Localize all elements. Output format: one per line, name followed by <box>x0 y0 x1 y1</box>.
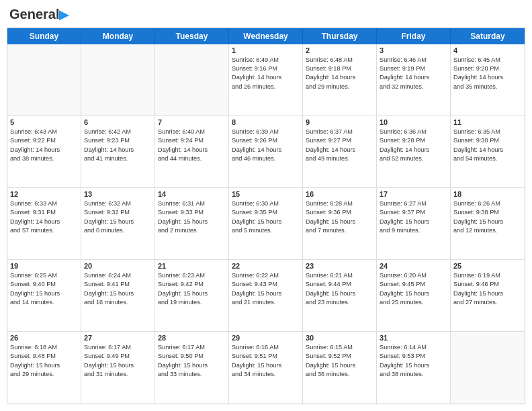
calendar-cell: 30Sunrise: 6:15 AM Sunset: 9:52 PM Dayli… <box>303 332 377 404</box>
cell-info: Sunrise: 6:35 AM Sunset: 9:30 PM Dayligh… <box>453 128 522 163</box>
day-number: 12 <box>10 190 78 198</box>
calendar-cell: 26Sunrise: 6:18 AM Sunset: 9:48 PM Dayli… <box>7 332 81 404</box>
calendar-cell: 6Sunrise: 6:42 AM Sunset: 9:23 PM Daylig… <box>81 116 155 187</box>
calendar-row-2: 5Sunrise: 6:43 AM Sunset: 9:22 PM Daylig… <box>7 116 525 188</box>
calendar-row-3: 12Sunrise: 6:33 AM Sunset: 9:31 PM Dayli… <box>7 188 525 260</box>
calendar-cell: 21Sunrise: 6:23 AM Sunset: 9:42 PM Dayli… <box>155 260 229 331</box>
cell-info: Sunrise: 6:43 AM Sunset: 9:22 PM Dayligh… <box>10 128 78 163</box>
day-number: 28 <box>158 334 226 342</box>
cell-info: Sunrise: 6:24 AM Sunset: 9:41 PM Dayligh… <box>84 271 152 307</box>
cell-info: Sunrise: 6:28 AM Sunset: 9:36 PM Dayligh… <box>306 199 373 235</box>
cell-info: Sunrise: 6:23 AM Sunset: 9:42 PM Dayligh… <box>158 271 226 307</box>
day-number: 21 <box>158 262 226 270</box>
header-day-saturday: Saturday <box>451 28 525 44</box>
cell-info: Sunrise: 6:17 AM Sunset: 9:50 PM Dayligh… <box>158 343 226 379</box>
header-day-monday: Monday <box>81 28 155 44</box>
cell-info: Sunrise: 6:46 AM Sunset: 9:19 PM Dayligh… <box>380 56 447 91</box>
day-number: 23 <box>306 262 373 270</box>
cell-info: Sunrise: 6:14 AM Sunset: 9:53 PM Dayligh… <box>380 343 447 379</box>
day-number: 8 <box>232 118 300 126</box>
calendar-cell <box>81 44 155 116</box>
cell-info: Sunrise: 6:45 AM Sunset: 9:20 PM Dayligh… <box>453 56 522 91</box>
day-number: 22 <box>232 262 300 270</box>
day-number: 19 <box>10 262 78 270</box>
day-number: 16 <box>306 190 373 198</box>
day-number: 1 <box>232 46 300 54</box>
calendar-cell: 19Sunrise: 6:25 AM Sunset: 9:40 PM Dayli… <box>7 260 81 331</box>
cell-info: Sunrise: 6:48 AM Sunset: 9:18 PM Dayligh… <box>306 56 373 91</box>
cell-info: Sunrise: 6:22 AM Sunset: 9:43 PM Dayligh… <box>232 271 300 307</box>
cell-info: Sunrise: 6:31 AM Sunset: 9:33 PM Dayligh… <box>158 199 226 235</box>
day-number: 31 <box>380 334 447 342</box>
cell-info: Sunrise: 6:42 AM Sunset: 9:23 PM Dayligh… <box>84 128 152 163</box>
calendar-row-5: 26Sunrise: 6:18 AM Sunset: 9:48 PM Dayli… <box>7 332 525 404</box>
day-number: 10 <box>380 118 447 126</box>
cell-info: Sunrise: 6:37 AM Sunset: 9:27 PM Dayligh… <box>306 128 373 163</box>
day-number: 24 <box>380 262 447 270</box>
cell-info: Sunrise: 6:39 AM Sunset: 9:26 PM Dayligh… <box>232 128 300 163</box>
cell-info: Sunrise: 6:30 AM Sunset: 9:35 PM Dayligh… <box>232 199 300 235</box>
calendar-cell: 29Sunrise: 6:16 AM Sunset: 9:51 PM Dayli… <box>229 332 303 404</box>
cell-info: Sunrise: 6:16 AM Sunset: 9:51 PM Dayligh… <box>232 343 300 379</box>
header-day-sunday: Sunday <box>7 28 81 44</box>
calendar-cell: 1Sunrise: 6:49 AM Sunset: 9:16 PM Daylig… <box>229 44 303 116</box>
calendar-cell: 31Sunrise: 6:14 AM Sunset: 9:53 PM Dayli… <box>377 332 451 404</box>
cell-info: Sunrise: 6:40 AM Sunset: 9:24 PM Dayligh… <box>158 128 226 163</box>
calendar-cell: 13Sunrise: 6:32 AM Sunset: 9:32 PM Dayli… <box>81 188 155 259</box>
calendar-cell: 12Sunrise: 6:33 AM Sunset: 9:31 PM Dayli… <box>7 188 81 259</box>
calendar-cell <box>155 44 229 116</box>
day-number: 2 <box>306 46 373 54</box>
calendar-cell: 25Sunrise: 6:19 AM Sunset: 9:46 PM Dayli… <box>451 260 525 331</box>
cell-info: Sunrise: 6:19 AM Sunset: 9:46 PM Dayligh… <box>453 271 522 307</box>
calendar-cell: 20Sunrise: 6:24 AM Sunset: 9:41 PM Dayli… <box>81 260 155 331</box>
calendar-cell: 5Sunrise: 6:43 AM Sunset: 9:22 PM Daylig… <box>7 116 81 187</box>
day-number: 13 <box>84 190 152 198</box>
calendar-cell: 15Sunrise: 6:30 AM Sunset: 9:35 PM Dayli… <box>229 188 303 259</box>
logo: General▶ <box>9 7 69 22</box>
calendar-cell: 14Sunrise: 6:31 AM Sunset: 9:33 PM Dayli… <box>155 188 229 259</box>
cell-info: Sunrise: 6:27 AM Sunset: 9:37 PM Dayligh… <box>380 199 447 235</box>
page: General▶ SundayMondayTuesdayWednesdayThu… <box>0 0 532 411</box>
calendar-cell: 17Sunrise: 6:27 AM Sunset: 9:37 PM Dayli… <box>377 188 451 259</box>
cell-info: Sunrise: 6:32 AM Sunset: 9:32 PM Dayligh… <box>84 199 152 235</box>
calendar-cell: 8Sunrise: 6:39 AM Sunset: 9:26 PM Daylig… <box>229 116 303 187</box>
calendar-cell <box>7 44 81 116</box>
day-number: 5 <box>10 118 78 126</box>
header-day-thursday: Thursday <box>303 28 377 44</box>
cell-info: Sunrise: 6:21 AM Sunset: 9:44 PM Dayligh… <box>306 271 373 307</box>
calendar-cell: 22Sunrise: 6:22 AM Sunset: 9:43 PM Dayli… <box>229 260 303 331</box>
day-number: 9 <box>306 118 373 126</box>
header-day-tuesday: Tuesday <box>155 28 229 44</box>
day-number: 25 <box>453 262 522 270</box>
cell-info: Sunrise: 6:15 AM Sunset: 9:52 PM Dayligh… <box>306 343 373 379</box>
cell-info: Sunrise: 6:49 AM Sunset: 9:16 PM Dayligh… <box>232 56 300 91</box>
calendar-cell: 7Sunrise: 6:40 AM Sunset: 9:24 PM Daylig… <box>155 116 229 187</box>
day-number: 18 <box>453 190 522 198</box>
day-number: 7 <box>158 118 226 126</box>
calendar-cell: 27Sunrise: 6:17 AM Sunset: 9:49 PM Dayli… <box>81 332 155 404</box>
calendar-cell: 28Sunrise: 6:17 AM Sunset: 9:50 PM Dayli… <box>155 332 229 404</box>
cell-info: Sunrise: 6:17 AM Sunset: 9:49 PM Dayligh… <box>84 343 152 379</box>
calendar-cell: 11Sunrise: 6:35 AM Sunset: 9:30 PM Dayli… <box>451 116 525 187</box>
day-number: 15 <box>232 190 300 198</box>
calendar-cell: 9Sunrise: 6:37 AM Sunset: 9:27 PM Daylig… <box>303 116 377 187</box>
day-number: 17 <box>380 190 447 198</box>
calendar-cell <box>451 332 525 404</box>
header-day-wednesday: Wednesday <box>229 28 303 44</box>
cell-info: Sunrise: 6:18 AM Sunset: 9:48 PM Dayligh… <box>10 343 78 379</box>
day-number: 26 <box>10 334 78 342</box>
calendar-cell: 4Sunrise: 6:45 AM Sunset: 9:20 PM Daylig… <box>451 44 525 116</box>
calendar-cell: 10Sunrise: 6:36 AM Sunset: 9:28 PM Dayli… <box>377 116 451 187</box>
day-number: 14 <box>158 190 226 198</box>
day-number: 6 <box>84 118 152 126</box>
logo-bird-icon: ▶ <box>59 8 69 21</box>
calendar: SundayMondayTuesdayWednesdayThursdayFrid… <box>7 28 525 404</box>
calendar-cell: 2Sunrise: 6:48 AM Sunset: 9:18 PM Daylig… <box>303 44 377 116</box>
day-number: 3 <box>380 46 447 54</box>
logo-general: General <box>9 7 59 21</box>
day-number: 20 <box>84 262 152 270</box>
calendar-cell: 24Sunrise: 6:20 AM Sunset: 9:45 PM Dayli… <box>377 260 451 331</box>
calendar-cell: 23Sunrise: 6:21 AM Sunset: 9:44 PM Dayli… <box>303 260 377 331</box>
cell-info: Sunrise: 6:36 AM Sunset: 9:28 PM Dayligh… <box>380 128 447 163</box>
calendar-body: 1Sunrise: 6:49 AM Sunset: 9:16 PM Daylig… <box>7 44 525 404</box>
